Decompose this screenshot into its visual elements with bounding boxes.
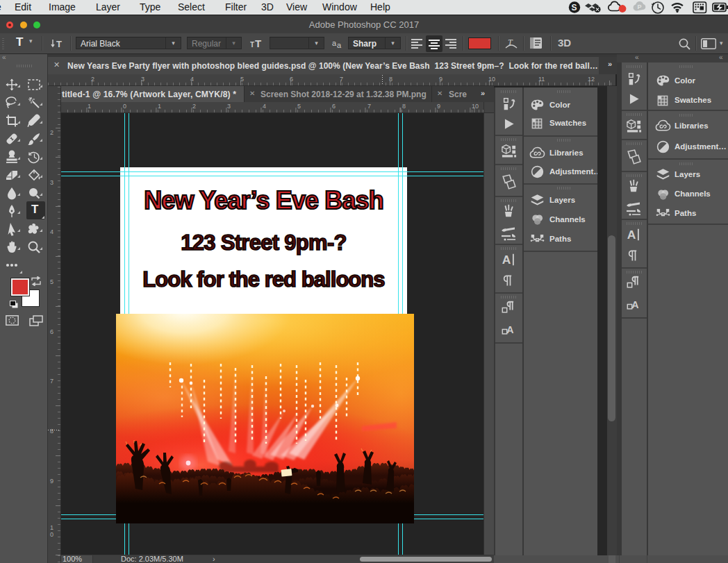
svg-text:a: a: [337, 41, 342, 49]
svg-text:T: T: [255, 38, 261, 49]
svg-text:a: a: [332, 40, 337, 47]
svg-text:T: T: [56, 39, 62, 49]
svg-text:S: S: [571, 3, 577, 12]
svg-text:T: T: [508, 37, 513, 47]
svg-text:P: P: [638, 3, 642, 10]
svg-text:T: T: [250, 41, 254, 49]
